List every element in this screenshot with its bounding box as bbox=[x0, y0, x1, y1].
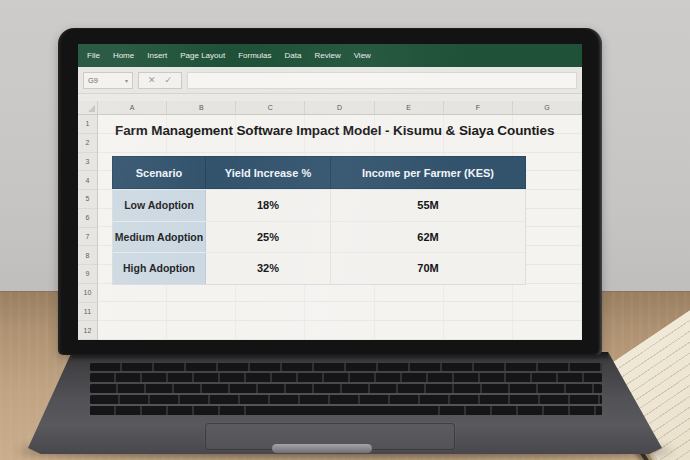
ribbon-menu-bar: File Home Insert Page Layout Formulas Da… bbox=[78, 44, 582, 67]
row-header-4[interactable]: 4 bbox=[78, 171, 97, 190]
row-header-3[interactable]: 3 bbox=[78, 153, 97, 172]
column-header-d[interactable]: D bbox=[305, 101, 374, 114]
laptop-keyboard bbox=[90, 363, 602, 415]
select-all-button[interactable] bbox=[78, 101, 98, 114]
sheet-title-cell[interactable]: Farm Management Software Impact Model - … bbox=[115, 123, 554, 138]
keyboard-row bbox=[90, 406, 602, 415]
row-header-10[interactable]: 10 bbox=[78, 284, 97, 303]
table-header-row: Scenario Yield Increase % Income per Far… bbox=[112, 156, 526, 189]
row-header-1[interactable]: 1 bbox=[78, 115, 97, 134]
formula-input[interactable] bbox=[187, 72, 577, 89]
row-header-9[interactable]: 9 bbox=[78, 265, 97, 284]
menu-review[interactable]: Review bbox=[314, 51, 340, 60]
cell-yield-increase[interactable]: 18% bbox=[206, 190, 331, 221]
cell-income[interactable]: 62M bbox=[331, 222, 525, 253]
column-header-g[interactable]: G bbox=[513, 101, 582, 114]
header-scenario[interactable]: Scenario bbox=[113, 157, 206, 188]
laptop-screen-bezel: File Home Insert Page Layout Formulas Da… bbox=[58, 28, 602, 355]
menu-file[interactable]: File bbox=[87, 51, 100, 60]
impact-model-table: Scenario Yield Increase % Income per Far… bbox=[112, 157, 526, 285]
menu-insert[interactable]: Insert bbox=[147, 51, 167, 60]
menu-formulas[interactable]: Formulas bbox=[238, 51, 271, 60]
row-header-6[interactable]: 6 bbox=[78, 209, 97, 228]
spreadsheet-app: File Home Insert Page Layout Formulas Da… bbox=[78, 44, 582, 340]
table-row-medium-adoption: Medium Adoption 25% 62M bbox=[113, 221, 525, 253]
enter-icon[interactable]: ✓ bbox=[165, 76, 173, 85]
cell-scenario[interactable]: Medium Adoption bbox=[113, 222, 206, 253]
row-header-7[interactable]: 7 bbox=[78, 228, 97, 247]
laptop-base bbox=[28, 352, 662, 454]
name-box-dropdown-icon[interactable]: ▾ bbox=[125, 77, 128, 84]
cell-scenario[interactable]: High Adoption bbox=[113, 253, 206, 284]
column-header-row: A B C D E F G bbox=[78, 101, 582, 115]
table-row-high-adoption: High Adoption 32% 70M bbox=[113, 252, 525, 284]
row-header-12[interactable]: 12 bbox=[78, 321, 97, 340]
keyboard-row bbox=[90, 363, 602, 371]
menu-home[interactable]: Home bbox=[113, 51, 134, 60]
header-yield-increase[interactable]: Yield Increase % bbox=[206, 157, 331, 188]
lid-notch bbox=[272, 444, 372, 453]
spacebar-key bbox=[262, 406, 412, 415]
table-row-low-adoption: Low Adoption 18% 55M bbox=[113, 189, 525, 221]
column-header-e[interactable]: E bbox=[375, 101, 444, 114]
column-header-a[interactable]: A bbox=[98, 101, 167, 114]
row-header-8[interactable]: 8 bbox=[78, 246, 97, 265]
cell-income[interactable]: 70M bbox=[331, 253, 525, 284]
cell-area[interactable]: Farm Management Software Impact Model - … bbox=[98, 115, 582, 340]
menu-page-layout[interactable]: Page Layout bbox=[180, 51, 225, 60]
row-header-column: 1 2 3 4 5 6 7 8 9 10 11 12 bbox=[78, 115, 98, 340]
formula-bar: G9 ▾ ✕ ✓ bbox=[78, 67, 582, 94]
cell-income[interactable]: 55M bbox=[331, 190, 525, 221]
keyboard-row bbox=[90, 384, 602, 393]
column-header-b[interactable]: B bbox=[167, 101, 236, 114]
cancel-icon[interactable]: ✕ bbox=[148, 76, 156, 85]
row-header-11[interactable]: 11 bbox=[78, 303, 97, 322]
header-income-per-farmer[interactable]: Income per Farmer (KES) bbox=[331, 157, 525, 188]
menu-view[interactable]: View bbox=[354, 51, 371, 60]
cell-scenario[interactable]: Low Adoption bbox=[113, 190, 206, 221]
column-header-c[interactable]: C bbox=[236, 101, 305, 114]
keyboard-row bbox=[90, 373, 602, 382]
cell-name-box[interactable]: G9 ▾ bbox=[83, 72, 133, 89]
row-header-2[interactable]: 2 bbox=[78, 134, 97, 153]
toolbar-gap bbox=[78, 94, 582, 101]
active-cell-reference: G9 bbox=[88, 76, 98, 85]
sheet-grid: 1 2 3 4 5 6 7 8 9 10 11 12 Farm Manageme… bbox=[78, 115, 582, 340]
cell-yield-increase[interactable]: 25% bbox=[206, 222, 331, 253]
menu-data[interactable]: Data bbox=[285, 51, 302, 60]
column-header-f[interactable]: F bbox=[444, 101, 513, 114]
row-header-5[interactable]: 5 bbox=[78, 190, 97, 209]
cell-yield-increase[interactable]: 32% bbox=[206, 253, 331, 284]
formula-buttons: ✕ ✓ bbox=[138, 72, 182, 89]
keyboard-row bbox=[90, 395, 602, 404]
